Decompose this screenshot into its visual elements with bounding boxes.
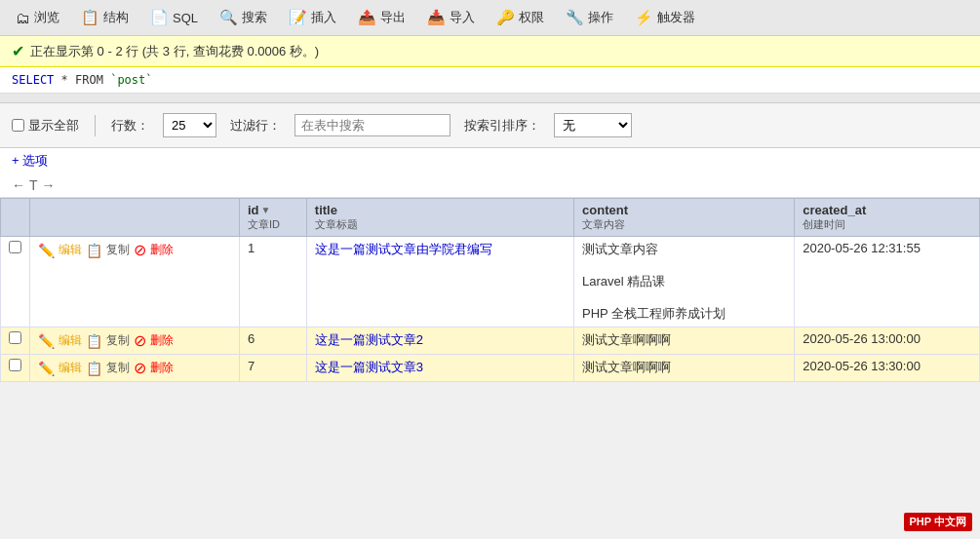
copy-icon: 📋 (86, 361, 102, 376)
toolbar-export[interactable]: 📤 导出 (348, 4, 415, 31)
rows-label: 行数： (111, 117, 149, 135)
toolbar-search[interactable]: 🔍 搜索 (210, 4, 277, 31)
id-sort-arrow-icon: ▼ (261, 205, 271, 215)
triggers-icon: ⚡ (635, 9, 653, 26)
table-row: ✏️ 编辑 📋 复制 ⊘ 删除 6这是一篇测试文章2测试文章啊啊啊2020-05… (1, 327, 980, 355)
spacer (0, 94, 980, 103)
copy-button[interactable]: 复制 (106, 332, 130, 349)
show-all-checkbox[interactable] (12, 119, 24, 132)
row-checkbox[interactable] (9, 241, 21, 253)
copy-icon: 📋 (86, 243, 102, 258)
sort-select[interactable]: 无 (554, 113, 632, 137)
divider (95, 115, 96, 136)
toolbar-triggers[interactable]: ⚡ 触发器 (625, 4, 705, 31)
cell-title: 这是一篇测试文章2 (306, 327, 573, 355)
edit-button[interactable]: 编辑 (59, 360, 82, 376)
delete-button[interactable]: 删除 (150, 332, 174, 349)
toolbar-insert[interactable]: 📝 插入 (279, 4, 346, 31)
status-bar: ✔ 正在显示第 0 - 2 行 (共 3 行, 查询花费 0.0006 秒。) (0, 36, 980, 67)
edit-button[interactable]: 编辑 (59, 332, 82, 349)
permissions-icon: 🔑 (496, 9, 515, 26)
toolbar-operations[interactable]: 🔧 操作 (556, 4, 623, 31)
delete-button[interactable]: 删除 (150, 242, 174, 258)
copy-icon: 📋 (86, 333, 102, 349)
sql-rest: * FROM (61, 73, 111, 87)
toolbar-structure[interactable]: 📋 结构 (71, 4, 138, 31)
col-title[interactable]: title 文章标题 (306, 199, 573, 237)
delete-button[interactable]: 删除 (150, 360, 174, 376)
sql-keyword: SELECT (12, 73, 54, 87)
row-checkbox[interactable] (9, 359, 21, 371)
delete-icon: ⊘ (134, 331, 146, 350)
browse-icon: 🗂 (16, 10, 30, 26)
edit-icon: ✏️ (38, 243, 55, 258)
options-row[interactable]: + 选项 (0, 148, 980, 173)
cell-created-at: 2020-05-26 13:30:00 (795, 355, 980, 382)
cell-content: 测试文章啊啊啊 (574, 355, 795, 382)
filter-label: 过滤行： (230, 117, 281, 135)
data-table: id ▼ 文章ID title 文章标题 content 文章内容 create… (0, 198, 980, 382)
row-actions: ✏️ 编辑 📋 复制 ⊘ 删除 (30, 327, 240, 355)
cell-created-at: 2020-05-26 13:00:00 (795, 327, 980, 355)
sql-table: `post` (110, 73, 152, 87)
sort-label: 按索引排序： (464, 117, 540, 135)
sql-area[interactable]: SELECT * FROM `post` (0, 67, 980, 94)
copy-button[interactable]: 复制 (106, 360, 130, 376)
toolbar-sql[interactable]: 📄 SQL (140, 4, 208, 31)
edit-button[interactable]: 编辑 (59, 242, 82, 258)
sql-icon: 📄 (150, 9, 169, 26)
cell-id: 7 (239, 355, 306, 382)
import-icon: 📥 (427, 9, 446, 26)
row-actions: ✏️ 编辑 📋 复制 ⊘ 删除 (30, 355, 240, 382)
toolbar-browse[interactable]: 🗂 浏览 (6, 4, 69, 31)
copy-button[interactable]: 复制 (106, 242, 130, 258)
left-arrow-icon[interactable]: ← (12, 177, 25, 193)
cell-title: 这是一篇测试文章由学院君编写 (306, 237, 573, 327)
toolbar-permissions[interactable]: 🔑 权限 (487, 4, 554, 31)
right-arrow-icon[interactable]: → (42, 177, 56, 193)
row-checkbox[interactable] (9, 331, 21, 344)
table-header-row: id ▼ 文章ID title 文章标题 content 文章内容 create… (1, 199, 980, 237)
delete-icon: ⊘ (134, 359, 146, 377)
search-icon: 🔍 (219, 9, 238, 26)
col-actions (30, 199, 240, 237)
status-check-icon: ✔ (12, 42, 24, 60)
col-checkbox (1, 199, 30, 237)
col-id[interactable]: id ▼ 文章ID (239, 199, 306, 237)
toolbar-import[interactable]: 📥 导入 (417, 4, 485, 31)
table-row: ✏️ 编辑 📋 复制 ⊘ 删除 7这是一篇测试文章3测试文章啊啊啊2020-05… (1, 355, 980, 382)
cell-title: 这是一篇测试文章3 (306, 355, 573, 382)
cell-id: 6 (239, 327, 306, 355)
col-content[interactable]: content 文章内容 (574, 199, 795, 237)
cell-content: 测试文章啊啊啊 (574, 327, 795, 355)
export-icon: 📤 (358, 9, 376, 26)
table-area: ← T → id ▼ 文章ID title 文章标题 (0, 173, 980, 382)
cell-created-at: 2020-05-26 12:31:55 (795, 237, 980, 327)
insert-icon: 📝 (289, 9, 307, 26)
status-text: 正在显示第 0 - 2 行 (共 3 行, 查询花费 0.0006 秒。) (30, 43, 319, 60)
show-all-label: 显示全部 (12, 117, 79, 135)
table-row: ✏️ 编辑 📋 复制 ⊘ 删除 1这是一篇测试文章由学院君编写测试文章内容 La… (1, 237, 980, 327)
cell-content: 测试文章内容 Laravel 精品课 PHP 全栈工程师养成计划 (574, 237, 795, 327)
delete-icon: ⊘ (134, 241, 146, 259)
operations-icon: 🔧 (566, 9, 584, 26)
structure-icon: 📋 (81, 9, 99, 26)
toolbar: 🗂 浏览 📋 结构 📄 SQL 🔍 搜索 📝 插入 📤 导出 📥 导入 🔑 权限… (0, 0, 980, 36)
filter-input[interactable] (294, 114, 451, 136)
filter-bar: 显示全部 行数： 25 50 100 过滤行： 按索引排序： 无 (0, 103, 980, 148)
col-tools: ← T → (0, 173, 980, 198)
col-created-at[interactable]: created_at 创建时间 (795, 199, 980, 237)
cell-id: 1 (239, 237, 306, 327)
edit-icon: ✏️ (38, 333, 55, 349)
rows-select[interactable]: 25 50 100 (163, 113, 216, 137)
edit-icon: ✏️ (38, 361, 55, 376)
row-actions: ✏️ 编辑 📋 复制 ⊘ 删除 (30, 237, 240, 327)
sort-icon[interactable]: T (29, 177, 38, 193)
